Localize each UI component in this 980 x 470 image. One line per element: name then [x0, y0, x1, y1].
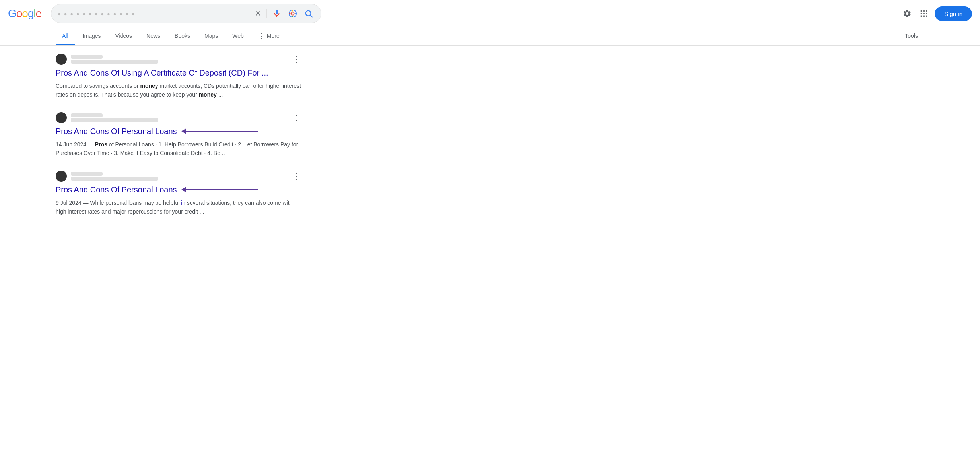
arrow-head-2-icon	[181, 187, 186, 192]
result-1-meta: ⋮	[56, 54, 302, 65]
header-right: Sign in	[901, 6, 972, 21]
search-icon	[304, 9, 313, 18]
result-2-url	[71, 118, 158, 122]
result-2-meta: ⋮	[56, 112, 302, 123]
logo-letter-e: e	[36, 7, 42, 19]
svg-rect-14	[921, 16, 922, 17]
result-3-favicon	[56, 171, 67, 182]
lens-icon	[288, 9, 297, 18]
search-results: ⋮ Pros And Cons Of Using A Certificate O…	[0, 46, 358, 237]
result-2-title[interactable]: Pros And Cons Of Personal Loans	[56, 126, 177, 137]
logo-letter-g2: g	[28, 7, 34, 19]
result-3-source	[71, 172, 287, 181]
result-2-source	[71, 113, 287, 122]
result-3-title[interactable]: Pros And Cons Of Personal Loans	[56, 184, 177, 195]
tab-news[interactable]: News	[140, 28, 167, 45]
svg-rect-16	[926, 16, 928, 17]
svg-rect-12	[923, 13, 925, 14]
result-2-favicon	[56, 112, 67, 123]
tab-all[interactable]: All	[56, 28, 75, 45]
tab-maps[interactable]: Maps	[198, 28, 224, 45]
result-2-title-row: Pros And Cons Of Personal Loans	[56, 126, 302, 137]
result-1-snippet: Compared to savings accounts or money ma…	[56, 82, 302, 99]
result-3-more-button[interactable]: ⋮	[291, 171, 302, 182]
more-dots-icon: ⋮	[258, 32, 265, 39]
tab-more[interactable]: ⋮ More	[252, 27, 286, 45]
result-2-snippet: 14 Jun 2024 — Pros of Personal Loans · 1…	[56, 140, 302, 158]
result-3-site-name	[71, 172, 103, 176]
tab-tools[interactable]: Tools	[898, 28, 924, 45]
result-3: ⋮ Pros And Cons Of Personal Loans 9 Jul …	[56, 171, 302, 216]
gear-icon	[903, 9, 912, 18]
svg-rect-15	[923, 16, 925, 17]
result-2: ⋮ Pros And Cons Of Personal Loans 14 Jun…	[56, 112, 302, 158]
svg-rect-9	[923, 10, 925, 12]
sign-in-button[interactable]: Sign in	[935, 6, 972, 21]
svg-rect-13	[926, 13, 928, 14]
tab-videos[interactable]: Videos	[109, 28, 138, 45]
svg-rect-11	[921, 13, 922, 14]
result-1: ⋮ Pros And Cons Of Using A Certificate O…	[56, 54, 302, 99]
result-2-site-name	[71, 113, 103, 117]
result-3-arrow-annotation	[182, 187, 258, 192]
svg-point-1	[292, 12, 294, 15]
logo-letter-o2: o	[22, 7, 28, 19]
result-1-url	[71, 60, 158, 64]
mic-icon	[272, 9, 281, 18]
tab-books[interactable]: Books	[168, 28, 196, 45]
arrow-shaft	[186, 131, 258, 132]
grid-icon	[920, 9, 928, 18]
search-bar[interactable]: ✕	[51, 4, 321, 23]
google-logo: Google	[8, 7, 41, 20]
result-3-url	[71, 177, 158, 181]
logo-letter-g: G	[8, 7, 16, 19]
tab-web[interactable]: Web	[226, 28, 250, 45]
result-1-source	[71, 55, 287, 64]
result-1-more-button[interactable]: ⋮	[291, 54, 302, 65]
search-input[interactable]	[58, 11, 249, 17]
divider	[266, 9, 267, 18]
result-1-site-name	[71, 55, 103, 59]
result-3-meta: ⋮	[56, 171, 302, 182]
lens-button[interactable]	[287, 8, 299, 19]
search-bar-icons: ✕	[253, 8, 315, 19]
tab-images[interactable]: Images	[76, 28, 107, 45]
header: Google ✕	[0, 0, 980, 27]
logo-letter-o1: o	[16, 7, 22, 19]
arrow-head-icon	[181, 128, 186, 134]
result-1-favicon	[56, 54, 67, 65]
voice-search-button[interactable]	[271, 8, 283, 19]
svg-line-7	[310, 15, 312, 17]
clear-button[interactable]: ✕	[253, 8, 262, 19]
result-3-title-row: Pros And Cons Of Personal Loans	[56, 184, 302, 195]
clear-icon: ✕	[255, 9, 261, 18]
settings-button[interactable]	[901, 8, 913, 19]
svg-rect-8	[921, 10, 922, 12]
svg-rect-10	[926, 10, 928, 12]
arrow-shaft-2	[186, 189, 258, 190]
apps-button[interactable]	[918, 8, 930, 19]
search-tabs: All Images Videos News Books Maps Web ⋮ …	[0, 27, 980, 46]
result-2-arrow-annotation	[182, 128, 258, 134]
result-3-snippet: 9 Jul 2024 — While personal loans may be…	[56, 198, 302, 216]
search-button[interactable]	[303, 8, 315, 19]
result-1-title[interactable]: Pros And Cons Of Using A Certificate Of …	[56, 67, 302, 78]
result-2-more-button[interactable]: ⋮	[291, 112, 302, 123]
